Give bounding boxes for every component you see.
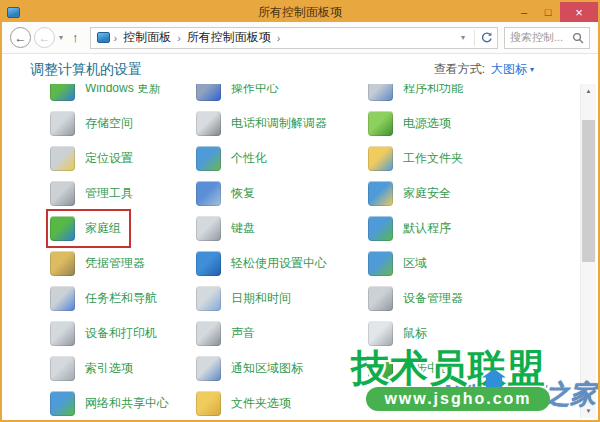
item-label: 家庭安全 xyxy=(403,185,451,202)
item-label: 鼠标 xyxy=(403,325,427,342)
item-label: 存储空间 xyxy=(85,115,133,132)
credential-manager-icon xyxy=(50,251,75,276)
control-panel-item-22[interactable]: 设备和打印机 xyxy=(48,316,165,351)
scroll-up-icon[interactable]: ▲ xyxy=(581,84,596,98)
item-label: 网络和共享中心 xyxy=(85,395,169,412)
address-dropdown-icon[interactable]: ▾ xyxy=(457,33,469,42)
storage-spaces-icon xyxy=(50,111,75,136)
indexing-options-icon xyxy=(50,356,75,381)
item-label: 家庭组 xyxy=(85,220,121,237)
item-label: 设备管理器 xyxy=(403,290,463,307)
control-panel-item-18[interactable]: 区域 xyxy=(366,246,435,281)
control-panel-item-8[interactable]: 个性化 xyxy=(194,141,275,176)
date-and-time-icon xyxy=(196,286,221,311)
watermark-url-bar: www.jsgho.com xyxy=(366,387,550,411)
item-label: 键盘 xyxy=(231,220,255,237)
item-label: 日期和时间 xyxy=(231,290,291,307)
control-panel-item-26[interactable]: 通知区域图标 xyxy=(194,351,311,386)
control-panel-item-28[interactable]: 网络和共享中心 xyxy=(48,386,177,420)
item-label: 个性化 xyxy=(231,150,267,167)
control-panel-item-2[interactable]: 操作中心 xyxy=(194,84,287,106)
minimize-button[interactable]: – xyxy=(512,2,536,22)
refresh-icon[interactable] xyxy=(480,31,493,44)
divider xyxy=(474,30,475,46)
scrollbar-thumb[interactable] xyxy=(582,120,595,262)
view-by-label: 查看方式: xyxy=(434,61,485,78)
vertical-scrollbar[interactable]: ▲ ▼ xyxy=(580,84,596,418)
control-panel-window: 所有控制面板项 – □ × ← ← ▾ ↑ › 控制面板 › 所有控制面板项 ›… xyxy=(0,0,600,422)
control-panel-item-13[interactable]: 家庭组 xyxy=(48,211,129,246)
item-label: 恢复 xyxy=(231,185,255,202)
control-panel-item-14[interactable]: 键盘 xyxy=(194,211,263,246)
control-panel-item-12[interactable]: 家庭安全 xyxy=(366,176,459,211)
control-panel-icon xyxy=(97,32,110,43)
control-panel-item-29[interactable]: 文件夹选项 xyxy=(194,386,299,420)
control-panel-item-7[interactable]: 定位设置 xyxy=(48,141,141,176)
navigation-bar: ← ← ▾ ↑ › 控制面板 › 所有控制面板项 › ▾ 搜索控制... xyxy=(2,22,598,54)
control-panel-item-3[interactable]: 程序和功能 xyxy=(366,84,471,106)
item-label: 工作文件夹 xyxy=(403,150,463,167)
control-panel-item-23[interactable]: 声音 xyxy=(194,316,263,351)
control-panel-item-10[interactable]: 管理工具 xyxy=(48,176,141,211)
control-panel-item-21[interactable]: 设备管理器 xyxy=(366,281,471,316)
network-and-sharing-center-icon xyxy=(50,391,75,416)
search-icon xyxy=(572,32,584,44)
control-panel-item-4[interactable]: 存储空间 xyxy=(48,106,141,141)
item-label: 设备和打印机 xyxy=(85,325,157,342)
control-panel-item-17[interactable]: 轻松使用设置中心 xyxy=(194,246,335,281)
device-manager-icon xyxy=(368,286,393,311)
item-label: 区域 xyxy=(403,255,427,272)
breadcrumb-all-items[interactable]: 所有控制面板项 xyxy=(183,29,275,46)
control-panel-item-1[interactable]: Windows 更新 xyxy=(48,84,169,106)
region-icon xyxy=(368,251,393,276)
up-button[interactable]: ↑ xyxy=(67,30,84,45)
windows-update-icon xyxy=(50,84,75,101)
item-label: Windows 更新 xyxy=(85,84,161,97)
search-input[interactable]: 搜索控制... xyxy=(504,27,590,49)
folder-options-icon xyxy=(196,391,221,416)
control-panel-item-19[interactable]: 任务栏和导航 xyxy=(48,281,165,316)
window-title: 所有控制面板项 xyxy=(2,4,598,21)
work-folders-icon xyxy=(368,146,393,171)
item-label: 管理工具 xyxy=(85,185,133,202)
personalization-icon xyxy=(196,146,221,171)
maximize-button[interactable]: □ xyxy=(536,2,560,22)
history-dropdown-icon[interactable]: ▾ xyxy=(55,33,67,42)
control-panel-item-11[interactable]: 恢复 xyxy=(194,176,263,211)
address-bar[interactable]: › 控制面板 › 所有控制面板项 › ▾ xyxy=(90,27,498,49)
item-label: 轻松使用设置中心 xyxy=(231,255,327,272)
item-label: 程序和功能 xyxy=(403,84,463,97)
action-center-icon xyxy=(196,84,221,101)
item-label: 电源选项 xyxy=(403,115,451,132)
recovery-icon xyxy=(196,181,221,206)
control-panel-item-5[interactable]: 电话和调制解调器 xyxy=(194,106,335,141)
back-button[interactable]: ← xyxy=(10,27,31,48)
phone-and-modem-icon xyxy=(196,111,221,136)
control-panel-item-6[interactable]: 电源选项 xyxy=(366,106,459,141)
control-panel-item-20[interactable]: 日期和时间 xyxy=(194,281,299,316)
item-label: 定位设置 xyxy=(85,150,133,167)
control-panel-item-15[interactable]: 默认程序 xyxy=(366,211,459,246)
forward-button[interactable]: ← xyxy=(34,27,55,48)
item-label: 索引选项 xyxy=(85,360,133,377)
keyboard-icon xyxy=(196,216,221,241)
control-panel-item-25[interactable]: 索引选项 xyxy=(48,351,141,386)
notification-area-icons-icon xyxy=(196,356,221,381)
view-by-control: 查看方式: 大图标 ▾ xyxy=(434,61,534,78)
homegroup-icon xyxy=(50,216,75,241)
search-placeholder: 搜索控制... xyxy=(510,30,572,45)
content-header: 调整计算机的设置 查看方式: 大图标 ▾ xyxy=(2,55,580,84)
control-panel-item-9[interactable]: 工作文件夹 xyxy=(366,141,471,176)
view-by-value[interactable]: 大图标 xyxy=(491,61,527,78)
control-panel-item-16[interactable]: 凭据管理器 xyxy=(48,246,153,281)
item-label: 声音 xyxy=(231,325,255,342)
default-programs-icon xyxy=(368,216,393,241)
close-button[interactable]: × xyxy=(560,2,598,22)
power-options-icon xyxy=(368,111,393,136)
item-label: 电话和调制解调器 xyxy=(231,115,327,132)
administrative-tools-icon xyxy=(50,181,75,206)
breadcrumb-control-panel[interactable]: 控制面板 xyxy=(119,29,175,46)
item-label: 默认程序 xyxy=(403,220,451,237)
view-by-caret-icon[interactable]: ▾ xyxy=(530,65,534,74)
watermark-url: www.jsgho.com xyxy=(384,390,531,408)
